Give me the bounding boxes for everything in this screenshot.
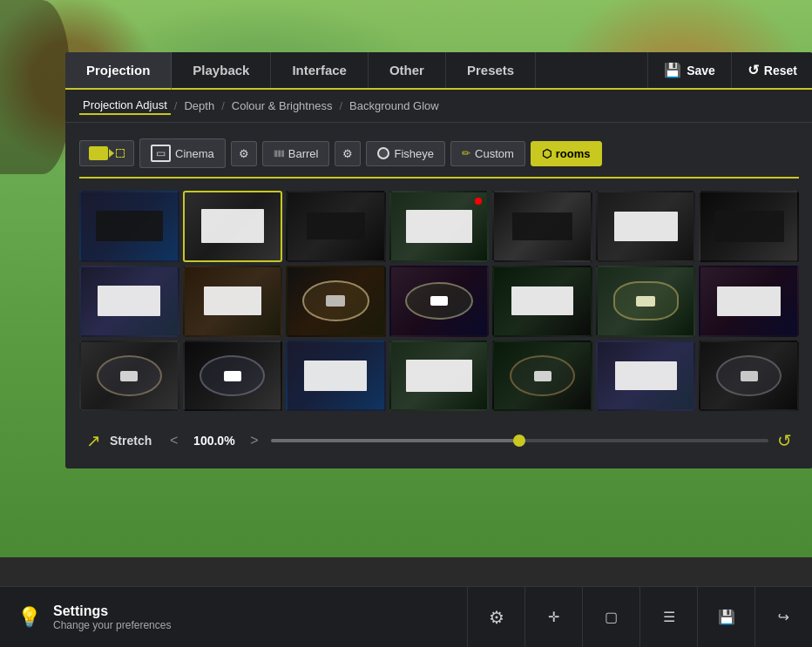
sub-nav-sep-2: / <box>221 99 225 112</box>
mode-cinema-gear[interactable]: ⚙ <box>231 141 257 166</box>
mode-row: ▭ Cinema ⚙ ⦀⦀⦀ Barrel ⚙ Fisheye <box>79 135 799 179</box>
mode-fisheye[interactable]: Fisheye <box>366 141 445 166</box>
bottom-transform-icon: ✛ <box>548 609 559 625</box>
stretch-increase-button[interactable]: > <box>247 433 261 448</box>
save-button[interactable]: 💾 Save <box>647 52 731 88</box>
subnav-colour-brightness[interactable]: Colour & Brightness <box>228 98 336 114</box>
mode-cinema[interactable]: ▭ Cinema <box>139 138 226 168</box>
tab-playback[interactable]: Playback <box>172 52 271 88</box>
sub-nav: Projection Adjust / Depth / Colour & Bri… <box>65 90 812 123</box>
bottom-save-icon: 💾 <box>718 609 735 625</box>
cube-icon: ⬡ <box>542 147 551 160</box>
thumb-7[interactable] <box>699 191 799 262</box>
thumb-4[interactable] <box>389 191 490 262</box>
stretch-value: 100.0% <box>190 434 238 448</box>
main-panel: Projection Playback Interface Other Pres… <box>65 52 812 468</box>
thumb-6[interactable] <box>596 191 696 262</box>
sub-nav-sep-1: / <box>174 99 178 112</box>
settings-title: Settings <box>53 603 171 619</box>
settings-subtitle: Change your preferences <box>53 619 171 631</box>
fisheye-icon <box>377 147 389 159</box>
settings-info: 💡 Settings Change your preferences <box>0 603 467 631</box>
stretch-reset-icon[interactable]: ↺ <box>777 430 792 451</box>
bottom-gear-button[interactable]: ⚙ <box>467 587 524 647</box>
thumb-3[interactable] <box>286 191 386 262</box>
stretch-decrease-button[interactable]: < <box>166 433 181 448</box>
thumb-11[interactable] <box>389 266 490 337</box>
reset-button[interactable]: ↺ Reset <box>731 52 812 88</box>
bottom-exit-button[interactable]: ↩ <box>754 587 812 647</box>
bottom-menu-icon: ☰ <box>663 609 675 625</box>
thumb-8[interactable] <box>79 266 179 337</box>
mode-barrel-gear[interactable]: ⚙ <box>335 141 361 166</box>
cinema-icon: ▭ <box>151 145 171 162</box>
thumb-1[interactable] <box>79 191 179 262</box>
sub-nav-sep-3: / <box>339 99 342 112</box>
thumb-21[interactable] <box>699 340 799 412</box>
reset-icon: ↺ <box>748 62 759 78</box>
bottom-square-button[interactable]: ▢ <box>582 587 639 647</box>
gear-cinema-icon: ⚙ <box>239 147 249 160</box>
tab-bar: Projection Playback Interface Other Pres… <box>65 52 812 90</box>
subnav-background-glow[interactable]: Background Glow <box>346 98 443 114</box>
camera-icon <box>89 146 108 160</box>
mode-custom[interactable]: ✏ Custom <box>450 141 525 166</box>
thumb-10[interactable] <box>286 266 386 337</box>
tab-other[interactable]: Other <box>369 52 446 88</box>
stretch-row: ↗ Stretch < 100.0% > ↺ <box>79 425 799 456</box>
bottom-gear-icon: ⚙ <box>489 607 504 628</box>
thumb-16[interactable] <box>183 340 283 412</box>
subnav-depth[interactable]: Depth <box>180 98 218 114</box>
settings-text: Settings Change your preferences <box>53 603 171 631</box>
thumb-12[interactable] <box>492 266 592 337</box>
stretch-slider[interactable] <box>271 439 768 442</box>
gear-barrel-icon: ⚙ <box>342 147 353 160</box>
thumb-20[interactable] <box>596 340 696 412</box>
stretch-expand-icon[interactable]: ↗ <box>86 430 101 451</box>
tab-interface[interactable]: Interface <box>271 52 369 88</box>
bottom-bar: 💡 Settings Change your preferences ⚙ ✛ ▢… <box>0 586 812 647</box>
thumbnail-grid <box>79 191 799 411</box>
bulb-icon: 💡 <box>17 606 41 629</box>
thumb-19[interactable] <box>492 340 592 412</box>
thumb-9[interactable] <box>183 266 283 337</box>
thumb-5[interactable] <box>492 191 592 262</box>
stretch-label: Stretch <box>110 434 158 448</box>
save-icon: 💾 <box>664 62 681 78</box>
bottom-menu-button[interactable]: ☰ <box>639 587 697 647</box>
mode-rooms[interactable]: ⬡ rooms <box>531 141 602 166</box>
thumb-2[interactable] <box>183 191 283 262</box>
thumb-15[interactable] <box>79 340 179 412</box>
thumb-17[interactable] <box>286 340 386 412</box>
subnav-projection-adjust[interactable]: Projection Adjust <box>79 97 171 115</box>
bottom-save-button[interactable]: 💾 <box>697 587 754 647</box>
thumb-13[interactable] <box>596 266 696 337</box>
camera-frame-icon <box>116 149 125 158</box>
mode-camera[interactable] <box>79 140 134 166</box>
content-area: ▭ Cinema ⚙ ⦀⦀⦀ Barrel ⚙ Fisheye <box>65 123 812 468</box>
thumb-14[interactable] <box>699 266 799 337</box>
thumb-18[interactable] <box>389 340 490 412</box>
tab-projection[interactable]: Projection <box>65 52 172 90</box>
bottom-icons: ⚙ ✛ ▢ ☰ 💾 ↩ <box>467 587 812 647</box>
mode-barrel[interactable]: ⦀⦀⦀ Barrel <box>262 141 330 166</box>
bottom-exit-icon: ↩ <box>778 609 789 625</box>
barrel-icon: ⦀⦀⦀ <box>274 148 284 159</box>
bottom-transform-button[interactable]: ✛ <box>524 587 582 647</box>
custom-icon: ✏ <box>462 147 470 159</box>
bottom-square-icon: ▢ <box>605 609 618 625</box>
tab-presets[interactable]: Presets <box>446 52 536 88</box>
